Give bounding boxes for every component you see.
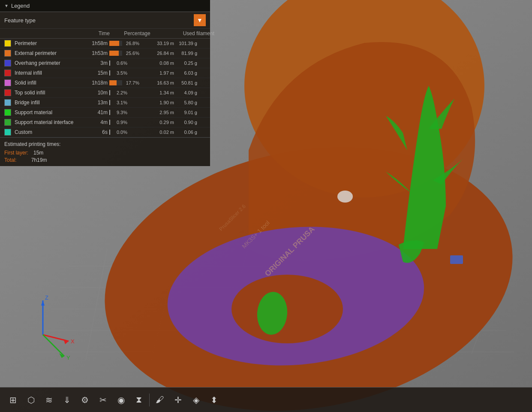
table-row: Custom6s0.0%0.02 m0.06 g: [0, 127, 210, 137]
row-bar-cell: 26.8%: [109, 41, 150, 46]
first-layer-value: 15m: [33, 150, 43, 156]
mini-bar: [109, 41, 119, 46]
mini-line: [109, 120, 110, 125]
row-pct: 25.6%: [124, 51, 139, 56]
estimates-section: Estimated printing times: First layer: 1…: [0, 137, 210, 166]
col-name-header: [4, 30, 86, 36]
row-grams: 6.03 g: [177, 70, 197, 76]
arrange-icon[interactable]: ⊞: [4, 391, 21, 409]
row-label: External perimeter: [15, 50, 86, 56]
row-pct: 9.3%: [112, 110, 127, 115]
first-layer-row: First layer: 15m: [4, 150, 206, 156]
row-grams: 0.06 g: [177, 130, 197, 135]
row-label: Solid infill: [15, 80, 86, 86]
total-time-row: Total: 7h19m: [4, 157, 206, 163]
row-time: 13m: [86, 100, 109, 106]
svg-text:Z: Z: [45, 294, 48, 301]
paint-icon[interactable]: 🖌: [151, 391, 168, 409]
feature-type-label: Feature type: [4, 17, 36, 24]
row-time: 3m: [86, 60, 109, 66]
mini-line: [109, 61, 110, 66]
row-measurements: 0.08 m0.25 g: [150, 61, 197, 66]
row-time: 6s: [86, 129, 109, 135]
row-bar-cell: 0.6%: [109, 61, 150, 66]
color-swatch: [4, 119, 11, 126]
collapse-icon[interactable]: ▼: [4, 3, 9, 8]
row-bar-cell: 9.3%: [109, 110, 150, 115]
mesh-icon[interactable]: ◈: [187, 391, 204, 409]
total-value: 7h19m: [31, 157, 47, 163]
mini-line: [109, 130, 110, 135]
row-bar-cell: 0.0%: [109, 130, 150, 135]
svg-rect-18: [450, 255, 463, 264]
row-grams: 101.39 g: [177, 41, 197, 46]
row-meters: 1.34 m: [154, 90, 174, 95]
color-swatch: [4, 129, 11, 136]
row-bar-cell: 0.9%: [109, 120, 150, 125]
toolbar-separator: [149, 394, 150, 406]
color-swatch: [4, 50, 11, 57]
modifier-icon[interactable]: ⚙: [76, 391, 93, 409]
orient-icon[interactable]: ✛: [169, 391, 186, 409]
color-swatch: [4, 40, 11, 47]
timer-icon[interactable]: ⧗: [130, 391, 147, 409]
legend-panel: ▼ Legend Feature type ▼ Time Percentage …: [0, 0, 210, 166]
feature-type-dropdown[interactable]: ▼: [194, 14, 206, 26]
row-meters: 26.84 m: [154, 51, 174, 56]
row-bar-cell: 17.7%: [109, 80, 150, 85]
row-label: Custom: [15, 129, 86, 135]
total-label: Total:: [4, 157, 26, 163]
row-time: 4m: [86, 119, 109, 125]
color-swatch: [4, 60, 11, 67]
color-swatch: [4, 70, 11, 76]
slice-icon[interactable]: ⬍: [205, 391, 222, 409]
row-grams: 0.25 g: [177, 61, 197, 66]
object-icon[interactable]: ⬡: [22, 391, 39, 409]
row-measurements: 33.19 m101.39 g: [150, 41, 197, 46]
row-meters: 0.29 m: [154, 120, 174, 125]
row-measurements: 1.90 m5.80 g: [150, 100, 197, 105]
table-row: Solid infill1h18m17.7%16.63 m50.81 g: [0, 78, 210, 88]
toolbar: ⊞⬡≋⇓⚙✂◉⧗🖌✛◈⬍: [0, 387, 532, 412]
row-measurements: 16.63 m50.81 g: [150, 80, 197, 85]
table-row: External perimeter1h53m25.6%26.84 m81.99…: [0, 48, 210, 58]
row-pct: 3.5%: [112, 70, 127, 76]
row-label: Support material interface: [15, 119, 86, 125]
estimates-title: Estimated printing times:: [4, 141, 206, 147]
layers-icon[interactable]: ≋: [40, 391, 57, 409]
col-pct-header: Percentage: [111, 30, 163, 36]
row-grams: 5.80 g: [177, 100, 197, 105]
cut-icon[interactable]: ✂: [94, 391, 111, 409]
row-grams: 4.09 g: [177, 90, 197, 95]
row-measurements: 0.02 m0.06 g: [150, 130, 197, 135]
row-meters: 16.63 m: [154, 80, 174, 85]
row-measurements: 2.95 m9.01 g: [150, 110, 197, 115]
row-pct: 0.0%: [112, 130, 127, 135]
row-meters: 1.97 m: [154, 70, 174, 76]
col-filament-header: Used filament: [163, 30, 214, 36]
row-grams: 50.81 g: [177, 80, 197, 85]
support-icon[interactable]: ⇓: [58, 391, 75, 409]
row-time: 1h53m: [86, 50, 109, 56]
mini-line: [109, 100, 110, 105]
row-pct: 0.9%: [112, 120, 127, 125]
color-swatch: [4, 79, 11, 86]
svg-text:X: X: [71, 338, 75, 345]
row-label: Top solid infill: [15, 90, 86, 96]
first-layer-label: First layer:: [4, 150, 28, 156]
color-swatch: [4, 89, 11, 96]
row-grams: 81.99 g: [177, 51, 197, 56]
row-measurements: 26.84 m81.99 g: [150, 51, 197, 56]
row-pct: 2.2%: [112, 90, 127, 95]
row-meters: 33.19 m: [154, 41, 174, 46]
mini-bar: [109, 80, 117, 85]
row-label: Overhang perimeter: [15, 60, 86, 66]
color-icon[interactable]: ◉: [112, 391, 129, 409]
row-meters: 0.08 m: [154, 61, 174, 66]
mini-line: [109, 110, 110, 115]
table-row: Support material41m9.3%2.95 m9.01 g: [0, 108, 210, 118]
table-header: Time Percentage Used filament: [0, 29, 210, 39]
row-grams: 0.90 g: [177, 120, 197, 125]
row-time: 1h58m: [86, 40, 109, 46]
toolbar-icons-container: ⊞⬡≋⇓⚙✂◉⧗🖌✛◈⬍: [4, 391, 222, 409]
